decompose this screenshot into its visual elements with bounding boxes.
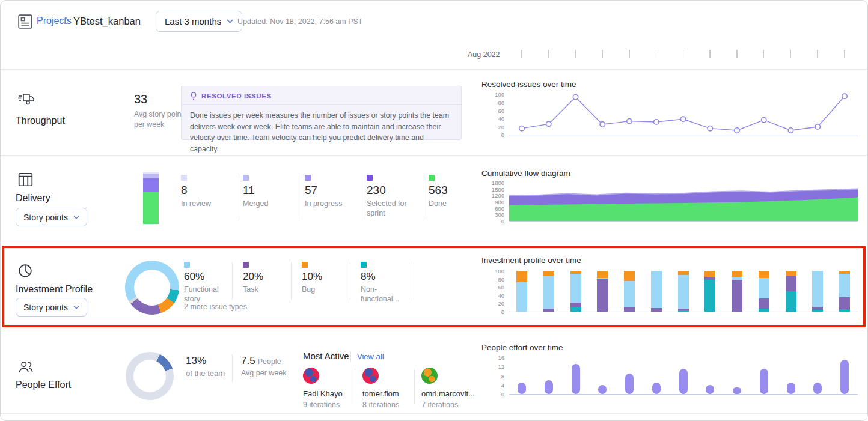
pie-chart-icon xyxy=(18,264,32,278)
investment-profile-title: Investment Profile xyxy=(16,284,93,295)
stat-color-swatch xyxy=(184,262,190,268)
people-effort-chart-title: People effort over time xyxy=(481,343,865,352)
last-updated-text: Updated: Nov 18, 2022, 7:56 am PST xyxy=(237,17,362,26)
stat-color-swatch xyxy=(243,262,249,268)
donut-hole xyxy=(134,270,170,306)
investment-profile-row: Investment Profile Story points 60% Func… xyxy=(1,243,867,329)
delivery-unit-value: Story points xyxy=(23,213,68,222)
stat-color-swatch xyxy=(367,175,373,181)
member-fadi-khayo[interactable]: Fadi Khayo 9 iterations xyxy=(303,368,358,409)
investment-unit-dropdown[interactable]: Story points xyxy=(16,298,87,317)
infobox-title: RESOLVED ISSUES xyxy=(201,92,272,100)
stat-task: 20% Task xyxy=(243,262,291,294)
divider xyxy=(364,174,364,220)
delivery-unit-dropdown[interactable]: Story points xyxy=(16,208,87,226)
divider xyxy=(426,174,426,220)
date-range-value: Last 3 months xyxy=(165,16,221,26)
kanban-board-icon xyxy=(18,172,33,187)
divider xyxy=(355,369,355,404)
resolved-issues-plot: 020406080100 xyxy=(481,93,865,135)
people-effort-plot: 0481216 xyxy=(481,356,865,395)
stat-value: 11 xyxy=(243,184,301,197)
stat-value: 563 xyxy=(429,184,486,197)
divider xyxy=(240,174,240,220)
stat-color-swatch xyxy=(302,262,308,268)
cumulative-flow-chart: Cumulative flow diagram 0300600900120015… xyxy=(481,169,865,222)
avatar xyxy=(303,368,319,384)
investment-over-time-plot: 020406080100 xyxy=(481,269,865,312)
people-effort-row: People Effort 13% of the team 7.5People … xyxy=(1,329,867,414)
stat-color-swatch xyxy=(305,175,311,181)
stat-label: Merged xyxy=(243,199,292,208)
chevron-down-icon xyxy=(73,216,79,219)
stat-label: Functional story xyxy=(184,285,229,304)
member-name: tomer.flom xyxy=(362,389,418,398)
stat-value: 8 xyxy=(181,184,239,197)
delivery-title: Delivery xyxy=(16,193,50,204)
people-effort-donut-chart xyxy=(126,352,174,400)
stat-label: Task xyxy=(243,285,288,294)
stat-label: Selected for sprint xyxy=(367,199,416,219)
stat-value: 230 xyxy=(367,184,424,197)
member-name: omri.marcovit... xyxy=(421,389,477,398)
infobox-body: Done issues per week measures the number… xyxy=(182,105,461,159)
people-effort-chart: People effort over time 0481216 xyxy=(481,343,865,395)
bulb-icon xyxy=(190,92,197,100)
member-iterations: 9 iterations xyxy=(303,401,358,409)
team-percent-value: 13% xyxy=(186,355,206,367)
avg-people-unit: People xyxy=(258,357,281,366)
timeline-month-label: Aug 2022 xyxy=(468,50,500,59)
stat-value: 10% xyxy=(302,271,350,283)
stat-in-progress: 57 In progress xyxy=(305,175,362,208)
team-percent-label: of the team xyxy=(186,369,225,378)
stat-value: 20% xyxy=(243,271,291,283)
investment-donut-chart xyxy=(125,261,179,315)
header: Projects / YBtest_kanban Last 3 months U… xyxy=(1,1,867,70)
breadcrumb-current: YBtest_kanban xyxy=(73,16,141,27)
most-active-title: Most Active xyxy=(303,351,349,361)
member-tomer-flom[interactable]: tomer.flom 8 iterations xyxy=(362,368,418,409)
stat-value: 60% xyxy=(184,271,232,283)
stat-in-review: 8 In review xyxy=(181,175,239,208)
more-issue-types-text: 2 more issue types xyxy=(184,303,247,311)
stat-value: 8% xyxy=(361,271,409,283)
avatar xyxy=(362,368,379,384)
delivery-flow-bar xyxy=(143,172,159,224)
donut-hole xyxy=(133,360,166,392)
investment-over-time-chart: Investment profile over time 02040608010… xyxy=(481,256,865,312)
throughput-row: Throughput 33 Avg story points per week … xyxy=(1,70,867,156)
stat-label: Done xyxy=(429,199,478,208)
avg-people-label: Avg per week xyxy=(241,369,287,377)
stat-value: 57 xyxy=(305,184,362,197)
divider xyxy=(350,262,350,300)
avatar xyxy=(421,368,438,384)
stat-color-swatch xyxy=(181,175,187,181)
resolved-issues-chart-title: Resolved issues over time xyxy=(481,80,865,89)
cumulative-flow-chart-title: Cumulative flow diagram xyxy=(481,169,865,178)
document-icon xyxy=(17,14,33,29)
chevron-down-icon xyxy=(73,306,79,309)
stat-done: 563 Done xyxy=(429,175,486,208)
view-all-link[interactable]: View all xyxy=(357,352,384,361)
divider xyxy=(232,354,233,382)
throughput-value: 33 xyxy=(134,92,147,106)
divider xyxy=(232,262,233,300)
stat-label: Bug xyxy=(302,285,347,294)
divider xyxy=(414,369,415,404)
member-iterations: 8 iterations xyxy=(362,401,418,409)
stat-label: In review xyxy=(181,199,230,208)
stat-label: In progress xyxy=(305,199,354,208)
member-omri-marcovit[interactable]: omri.marcovit... 7 iterations xyxy=(421,368,477,409)
stat-selected-for-sprint: 230 Selected for sprint xyxy=(367,175,424,219)
date-range-dropdown[interactable]: Last 3 months xyxy=(156,11,242,32)
stat-color-swatch xyxy=(243,175,249,181)
investment-over-time-chart-title: Investment profile over time xyxy=(481,256,865,265)
stat-bug: 10% Bug xyxy=(302,262,350,294)
truck-icon xyxy=(18,92,35,107)
stat-label: Non-functional... xyxy=(361,285,404,304)
people-effort-title: People Effort xyxy=(16,380,71,390)
member-name: Fadi Khayo xyxy=(303,389,358,398)
project-metrics-dashboard: Projects / YBtest_kanban Last 3 months U… xyxy=(0,0,868,421)
chevron-down-icon xyxy=(227,19,233,23)
stat-color-swatch xyxy=(429,175,435,181)
